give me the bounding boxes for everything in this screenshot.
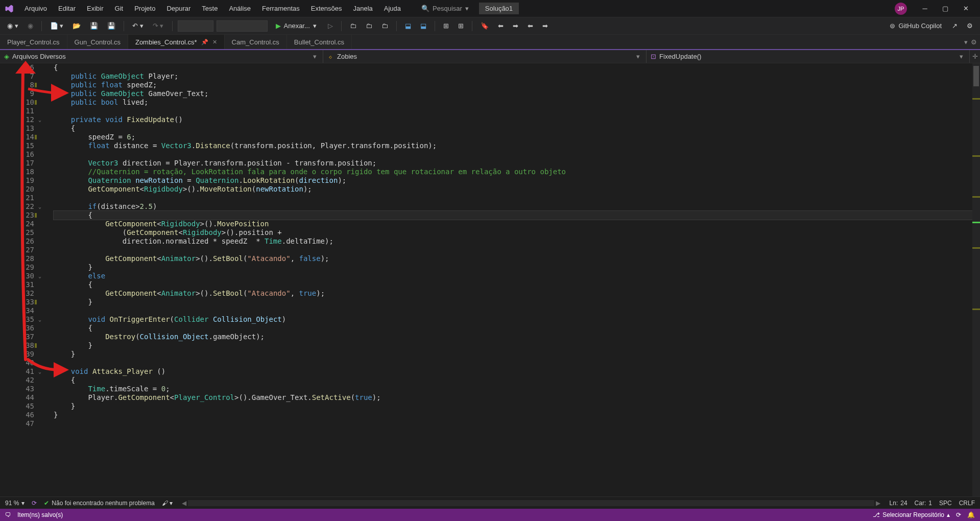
tool-icon-2[interactable]: 🗀: [363, 20, 375, 32]
code-line[interactable]: if(distance>2.5): [54, 202, 972, 211]
tool-icon-9[interactable]: ⬅: [495, 20, 507, 32]
close-icon[interactable]: ✕: [212, 39, 217, 45]
code-line[interactable]: }: [54, 298, 972, 306]
code-line[interactable]: speedZ = 6;: [54, 133, 972, 141]
notifications-icon[interactable]: 🔔: [967, 511, 975, 518]
redo-button[interactable]: ↷ ▾: [150, 20, 167, 32]
code-line[interactable]: }: [54, 350, 972, 359]
code-line[interactable]: }: [54, 411, 972, 419]
code-line[interactable]: void Attacks_Player (): [54, 367, 972, 376]
brush-icon[interactable]: 🖌 ▾: [162, 500, 173, 507]
code-line[interactable]: [54, 359, 972, 367]
new-item-button[interactable]: 📄 ▾: [47, 20, 67, 32]
code-line[interactable]: Destroy(Collision_Object.gameObject);: [54, 333, 972, 341]
refresh-icon[interactable]: ⟳: [32, 500, 37, 507]
code-line[interactable]: direction.normalized * speedZ * Time.del…: [54, 237, 972, 246]
menu-extensões[interactable]: Extensões: [306, 3, 347, 14]
code-editor[interactable]: 6789101112⌄13141516171819202122⌄23242526…: [0, 63, 980, 496]
code-line[interactable]: else: [54, 272, 972, 280]
open-button[interactable]: 📂: [69, 20, 84, 32]
indent-mode[interactable]: SPC: [939, 500, 952, 507]
code-line[interactable]: {: [54, 124, 972, 133]
tab-player-control-cs[interactable]: Player_Control.cs: [0, 35, 67, 49]
code-line[interactable]: Vector3 direction = Player.transform.pos…: [54, 159, 972, 168]
tool-icon-10[interactable]: ➡: [510, 20, 521, 32]
code-line[interactable]: public float speedZ;: [54, 81, 972, 89]
code-area[interactable]: { public GameObject Player; public float…: [43, 63, 972, 496]
tool-icon-7[interactable]: ⊞: [455, 20, 467, 32]
tool-icon-12[interactable]: ➡: [539, 20, 551, 32]
menu-git[interactable]: Git: [110, 3, 129, 14]
code-line[interactable]: GetComponent<Animator>().SetBool("Atacan…: [54, 289, 972, 298]
save-all-button[interactable]: 💾: [104, 20, 118, 32]
code-line[interactable]: }: [54, 263, 972, 272]
copilot-button[interactable]: ⊚ GitHub Copilot: [886, 20, 946, 32]
menu-projeto[interactable]: Projeto: [129, 3, 160, 14]
fold-icon[interactable]: ⌄: [38, 315, 41, 324]
tab-zombies-control-cs-[interactable]: Zombies_Control.cs*📌✕: [128, 35, 225, 49]
code-line[interactable]: [54, 246, 972, 254]
share-button[interactable]: ↗: [949, 20, 961, 32]
code-line[interactable]: Player.GetComponent<Player_Control>().Ga…: [54, 393, 972, 402]
nav-forward-button[interactable]: ◉: [25, 20, 36, 32]
nav-project[interactable]: ◈ Arquivos Diversos ▾: [0, 50, 323, 63]
menu-ajuda[interactable]: Ajuda: [379, 3, 406, 14]
code-line[interactable]: [54, 306, 972, 315]
code-line[interactable]: public GameObject GameOver_Text;: [54, 89, 972, 98]
code-line[interactable]: GetComponent<Rigidbody>().MoveRotation(n…: [54, 185, 972, 194]
search-box[interactable]: 🔍 Pesquisar ▾: [416, 3, 474, 14]
code-line[interactable]: [54, 150, 972, 159]
menu-teste[interactable]: Teste: [197, 3, 223, 14]
save-button[interactable]: 💾: [87, 20, 101, 32]
repo-selector[interactable]: ⎇ Selecionar Repositório ▴: [873, 511, 950, 518]
fold-icon[interactable]: ⌄: [38, 115, 41, 124]
menu-análise[interactable]: Análise: [224, 3, 256, 14]
close-button[interactable]: ✕: [955, 1, 976, 16]
solution-name[interactable]: Solução1: [479, 3, 519, 14]
tool-icon-1[interactable]: 🗀: [347, 20, 360, 32]
config-combo-1[interactable]: [178, 20, 213, 32]
pin-icon[interactable]: 📌: [201, 39, 208, 45]
attach-button[interactable]: ▶ Anexar... ▾: [271, 20, 322, 32]
menu-depurar[interactable]: Depurar: [161, 3, 196, 14]
settings-button[interactable]: ⚙: [964, 20, 976, 32]
tab-cam-control-cs[interactable]: Cam_Control.cs: [225, 35, 287, 49]
fold-icon[interactable]: ⌄: [38, 272, 41, 280]
code-line[interactable]: {: [54, 280, 972, 289]
code-line[interactable]: float distance = Vector3.Distance(transf…: [54, 141, 972, 150]
step-button[interactable]: ▷: [325, 20, 336, 32]
code-line[interactable]: [54, 107, 972, 115]
undo-button[interactable]: ↶ ▾: [129, 20, 147, 32]
code-line[interactable]: void OnTriggerEnter(Collider Collision_O…: [54, 315, 972, 324]
code-line[interactable]: private void FixedUpdate(): [54, 115, 972, 124]
sync-icon[interactable]: ⟳: [956, 511, 961, 518]
code-line[interactable]: {: [54, 211, 972, 220]
code-line[interactable]: Quaternion newRotation = Quaternion.Look…: [54, 176, 972, 185]
horizontal-scrollbar[interactable]: ◀▶: [180, 500, 882, 507]
tool-icon-5[interactable]: ⬓: [417, 20, 429, 32]
code-line[interactable]: GetComponent<Animator>().SetBool("Atacan…: [54, 254, 972, 263]
problems-indicator[interactable]: ✔ Não foi encontrado nenhum problema: [44, 500, 154, 507]
nav-split-icon[interactable]: ✛: [970, 53, 980, 60]
config-combo-2[interactable]: [217, 20, 268, 32]
code-line[interactable]: public bool lived;: [54, 98, 972, 107]
code-line[interactable]: GetComponent<Rigidbody>().MovePosition: [54, 220, 972, 228]
code-line[interactable]: {: [54, 324, 972, 333]
vertical-scrollbar[interactable]: [972, 63, 980, 496]
maximize-button[interactable]: ▢: [935, 1, 955, 16]
code-line[interactable]: {: [54, 63, 972, 72]
code-line[interactable]: }: [54, 402, 972, 411]
menu-janela[interactable]: Janela: [348, 3, 377, 14]
zoom-level[interactable]: 91 % ▾: [5, 500, 25, 507]
tool-icon-4[interactable]: ⬓: [402, 20, 414, 32]
tool-icon-8[interactable]: 🔖: [477, 20, 492, 32]
code-line[interactable]: [54, 419, 972, 428]
menu-arquivo[interactable]: Arquivo: [19, 3, 52, 14]
output-icon[interactable]: 🗨: [5, 511, 11, 518]
fold-icon[interactable]: ⌄: [38, 367, 41, 376]
user-avatar[interactable]: JP: [895, 3, 907, 15]
tool-icon-6[interactable]: ⊞: [440, 20, 452, 32]
menu-editar[interactable]: Editar: [53, 3, 81, 14]
menu-exibir[interactable]: Exibir: [82, 3, 109, 14]
code-line[interactable]: //Quaternion = rotação, LookRotation fal…: [54, 168, 972, 176]
